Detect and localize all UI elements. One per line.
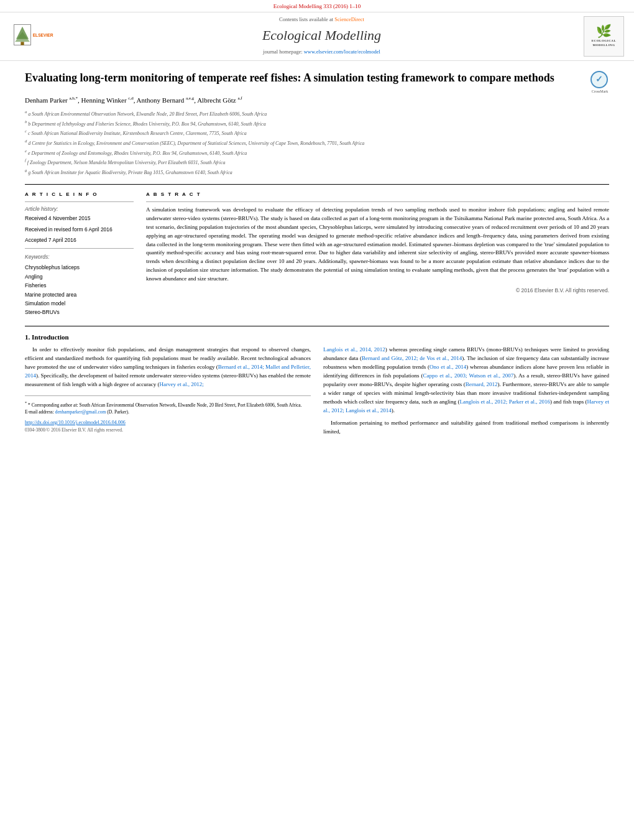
- received-date: Received 4 November 2015: [25, 215, 134, 223]
- elsevier-logo: ELSEVIER: [10, 20, 60, 52]
- doi-link[interactable]: http://dx.doi.org/10.1016/j.ecolmodel.20…: [25, 419, 311, 426]
- ref-langlois-2012[interactable]: Langlois et al., 2012; Parker et al., 20…: [459, 399, 549, 405]
- divider-1: [25, 184, 609, 185]
- svg-rect-3: [21, 42, 24, 45]
- ref-harvey-2012[interactable]: Harvey et al., 2012;: [159, 381, 203, 387]
- intro-text-right-2: Information pertaining to method perform…: [323, 419, 609, 436]
- thin-divider-1: [25, 201, 134, 202]
- journal-homepage: journal homepage: www.elsevier.com/locat…: [60, 48, 584, 56]
- intro-text-right: Langlois et al., 2014, 2012) whereas pre…: [323, 346, 609, 415]
- article-title-section: Evaluating long-term monitoring of tempe…: [25, 71, 609, 90]
- svg-text:ELSEVIER: ELSEVIER: [33, 33, 53, 37]
- homepage-url[interactable]: www.elsevier.com/locate/ecolmodel: [304, 48, 380, 55]
- keyword-5: Simulation model: [25, 299, 134, 308]
- keywords-label: Keywords:: [25, 254, 134, 261]
- ref-bernard-2012[interactable]: Bernard, 2012: [466, 381, 498, 387]
- affiliation-g: g g South African Institute for Aquatic …: [25, 167, 609, 177]
- contents-available-text: Contents lists available at ScienceDirec…: [60, 16, 584, 24]
- crossmark-icon: ✓: [590, 71, 608, 88]
- science-direct-link[interactable]: ScienceDirect: [334, 16, 364, 22]
- article-info-abstract-section: A R T I C L E I N F O Article history: R…: [25, 191, 609, 317]
- history-label: Article history:: [25, 206, 134, 213]
- divider-2: [25, 326, 609, 326]
- journal-reference: Ecological Modelling 333 (2016) 1–10: [0, 0, 634, 12]
- abstract-label: A B S T R A C T: [146, 191, 609, 198]
- crossmark-badge[interactable]: ✓ CrossMark: [590, 71, 609, 90]
- keywords-list: Chrysoblephus laticeps Angling Fisheries…: [25, 263, 134, 317]
- affiliations: a a South African Environmental Observat…: [25, 109, 609, 177]
- issn-line: 0304-3800/© 2016 Elsevier B.V. All right…: [25, 427, 311, 434]
- journal-title: Ecological Modelling: [60, 26, 584, 45]
- footnote-email-line: E-mail address: denhamparker@gmail.com (…: [25, 408, 311, 415]
- logo-tree-icon: 🌿: [596, 25, 612, 37]
- ref-bernard-2014[interactable]: Bernard et al., 2014; Mallet and Pelleti…: [25, 364, 311, 379]
- affiliation-e: e e Department of Zoology and Entomology…: [25, 148, 609, 157]
- ref-bernard-gotz-2012[interactable]: Bernard and Götz, 2012; de Vos et al., 2…: [362, 355, 462, 361]
- body-col-left: In order to effectively monitor fish pop…: [25, 346, 311, 436]
- ecological-modelling-logo: 🌿 ECOLOGICAL MODELLING: [584, 16, 624, 57]
- ref-ono-2014[interactable]: Ono et al., 2014: [430, 364, 466, 370]
- keyword-1: Chrysoblephus laticeps: [25, 263, 134, 272]
- affiliation-f: f f Zoology Department, Nelson Mandela M…: [25, 157, 609, 167]
- authors-line: Denham Parker a,b,*, Henning Winker c,d,…: [25, 96, 609, 105]
- crossmark-label: CrossMark: [590, 89, 609, 94]
- ref-cappo-2003[interactable]: Cappo et al., 2003; Watson et al., 2007: [423, 372, 514, 379]
- section-1-heading: 1. Introduction: [25, 333, 609, 342]
- keyword-6: Stereo-BRUVs: [25, 308, 134, 316]
- affiliation-c: c c South African National Biodiversity …: [25, 128, 609, 137]
- affiliation-d: d d Centre for Statistics in Ecology, En…: [25, 138, 609, 147]
- footnote-section: * * Corresponding author at: South Afric…: [25, 395, 311, 415]
- article-title: Evaluating long-term monitoring of tempe…: [25, 71, 583, 85]
- affiliation-a: a a South African Environmental Observat…: [25, 109, 609, 118]
- author-email[interactable]: denhamparker@gmail.com: [55, 409, 106, 415]
- intro-text-left: In order to effectively monitor fish pop…: [25, 346, 311, 389]
- keyword-4: Marine protected area: [25, 290, 134, 299]
- revised-date: Received in revised form 6 April 2016: [25, 226, 134, 234]
- abstract-text: A simulation testing framework was devel…: [146, 206, 609, 284]
- paper-content: Evaluating long-term monitoring of tempe…: [0, 61, 634, 446]
- journal-center: Contents lists available at ScienceDirec…: [60, 16, 584, 57]
- affiliation-b: b b Department of Ichthyology and Fisher…: [25, 119, 609, 128]
- footnote-star: * * Corresponding author at: South Afric…: [25, 400, 311, 408]
- keyword-2: Angling: [25, 272, 134, 281]
- body-two-col: In order to effectively monitor fish pop…: [25, 346, 609, 436]
- keyword-3: Fisheries: [25, 281, 134, 290]
- accepted-date: Accepted 7 April 2016: [25, 237, 134, 244]
- abstract-column: A B S T R A C T A simulation testing fra…: [146, 191, 609, 317]
- logo-label: ECOLOGICAL MODELLING: [584, 39, 623, 47]
- body-col-right: Langlois et al., 2014, 2012) whereas pre…: [323, 346, 609, 436]
- svg-marker-2: [15, 32, 30, 42]
- journal-header-bar: ELSEVIER Contents lists available at Sci…: [0, 12, 634, 61]
- copyright-line: © 2016 Elsevier B.V. All rights reserved…: [146, 287, 609, 295]
- article-info-column: A R T I C L E I N F O Article history: R…: [25, 191, 134, 317]
- thin-divider-2: [25, 248, 134, 249]
- ref-langlois-2014[interactable]: Langlois et al., 2014, 2012: [323, 346, 385, 353]
- thin-divider-3: [146, 201, 609, 202]
- article-info-label: A R T I C L E I N F O: [25, 191, 134, 198]
